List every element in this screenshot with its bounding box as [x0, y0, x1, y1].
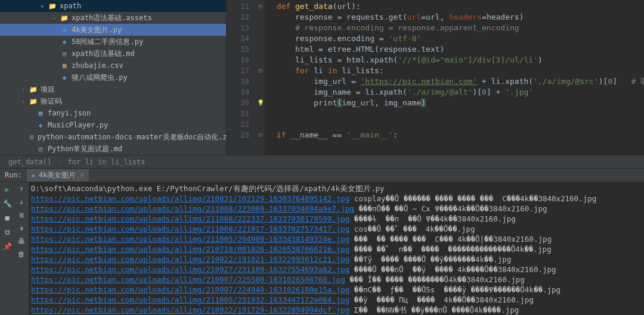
console-url-link[interactable]: https://pic.netbian.com/uploads/allimg/2…: [31, 275, 345, 284]
console-url-link[interactable]: https://pic.netbian.com/uploads/allimg/2…: [31, 235, 349, 244]
console-url-link[interactable]: https://pic.netbian.com/uploads/allimg/2…: [31, 295, 349, 304]
run-toolbar-left[interactable]: ▶ 🔧 ■ ⧉ 📌: [0, 182, 14, 315]
code-line[interactable]: response = requests.get(url=url, headers…: [265, 12, 644, 23]
console-url-link[interactable]: https://pic.netbian.com/uploads/allimg/2…: [31, 245, 349, 254]
line-number[interactable]: 11: [227, 1, 249, 12]
code-line[interactable]: img_url = 'https://pic.netbian.com' + li…: [265, 76, 644, 87]
expand-arrow-icon[interactable]: ›: [21, 86, 29, 93]
code-line[interactable]: img_name = li.xpath('./a/img/@alt')[0] +…: [265, 87, 644, 98]
run-tool-window-header[interactable]: Run: ◆ 4k美女图片 ×: [0, 168, 644, 182]
tree-item[interactable]: 🗎python-automation-docs-master吴老板doc自动化.…: [0, 131, 226, 143]
tree-item[interactable]: ◆4k美女图片.py: [0, 24, 226, 36]
breadcrumb-item[interactable]: for li in li_lists: [65, 158, 147, 166]
tree-item-label: python-automation-docs-master吴老板doc自动化.z…: [38, 132, 227, 142]
line-number[interactable]: 12: [227, 12, 249, 23]
scroll-icon[interactable]: ⇟: [19, 224, 23, 232]
fold-toggle-icon[interactable]: ⊟: [256, 66, 265, 76]
console-line: https://pic.netbian.com/uploads/allimg/2…: [31, 305, 642, 315]
run-toolbar-left2[interactable]: ↑ ↓ ≣ ⇟ 🖶 🗑: [14, 182, 29, 315]
tree-item[interactable]: ›📁xpath语法基础.assets: [0, 12, 226, 24]
tree-item-label: xpath: [60, 2, 81, 10]
console-output[interactable]: D:\soft\Anaconda\python.exe E:/PythonCra…: [29, 182, 644, 315]
breadcrumb[interactable]: get_data() › for li in li_lists: [0, 155, 644, 168]
line-number[interactable]: 21: [227, 108, 249, 119]
up-arrow-icon[interactable]: ↑: [19, 185, 23, 193]
line-number[interactable]: 22: [227, 119, 249, 130]
tree-item[interactable]: ▦zhubajie.csv: [0, 60, 226, 71]
tree-item[interactable]: ◆MusicPlayer.py: [0, 119, 226, 131]
console-line: https://pic.netbian.com/uploads/allimg/2…: [31, 214, 642, 224]
code-line[interactable]: def get_data(url):: [265, 1, 644, 12]
line-number[interactable]: 13: [227, 23, 249, 33]
code-line[interactable]: # response.encoding = response.apparent_…: [265, 23, 644, 33]
code-line[interactable]: [265, 108, 644, 119]
tree-item-label: 验证码: [41, 96, 62, 107]
code-line[interactable]: html = etree.HTML(response.text): [265, 44, 644, 55]
down-arrow-icon[interactable]: ↓: [19, 198, 23, 206]
console-line: https://pic.netbian.com/uploads/allimg/2…: [31, 234, 642, 244]
tree-item[interactable]: ◆猪八戒网爬虫.py: [0, 71, 226, 83]
line-number[interactable]: 20: [227, 98, 249, 108]
tree-item-label: 猪八戒网爬虫.py: [72, 73, 128, 83]
softwrap-icon[interactable]: ≣: [19, 211, 23, 219]
lightbulb-icon[interactable]: 💡: [257, 99, 264, 106]
console-url-link[interactable]: https://pic.netbian.com/uploads/allimg/2…: [31, 224, 349, 233]
console-url-link[interactable]: https://pic.netbian.com/uploads/allimg/2…: [31, 255, 349, 264]
line-number[interactable]: 15: [227, 44, 249, 55]
line-number[interactable]: 19: [227, 87, 249, 98]
tree-item[interactable]: ›📁项目: [0, 83, 226, 95]
console-text: cosplay��Ů ������ ���� ���� ��� C���4k��…: [349, 194, 596, 203]
file-icon: 📁: [29, 98, 38, 105]
code-line[interactable]: for li in li_lists:: [265, 66, 644, 76]
tree-item[interactable]: ◆58同城二手房信息.py: [0, 36, 226, 48]
file-icon: ◆: [60, 74, 69, 82]
console-url-link[interactable]: https://pic.netbian.com/uploads/allimg/2…: [31, 285, 349, 294]
fold-toggle-icon[interactable]: ⊟: [256, 1, 265, 12]
line-number[interactable]: 23: [227, 130, 249, 141]
fold-bar[interactable]: ⊟⊟💡⊟: [256, 0, 265, 155]
tree-item-label: 58同城二手房信息.py: [72, 37, 143, 47]
code-editor[interactable]: 11121314151617181920212223 ⊟⊟💡⊟ def get_…: [227, 0, 644, 155]
tree-item[interactable]: ▤fanyi.json: [0, 107, 226, 119]
tree-item[interactable]: ▾📁xpath: [0, 0, 226, 12]
run-tab[interactable]: ◆ 4k美女图片 ×: [27, 169, 89, 182]
code-line[interactable]: print(img_url, img_name): [265, 98, 644, 108]
code-area[interactable]: def get_data(url): response = requests.g…: [265, 0, 644, 155]
console-line: https://pic.netbian.com/uploads/allimg/2…: [31, 204, 642, 214]
console-url-link[interactable]: https://pic.netbian.com/uploads/allimg/2…: [31, 305, 349, 314]
run-tab-label: 4k美女图片: [39, 170, 76, 180]
line-number[interactable]: 14: [227, 33, 249, 44]
layout-icon[interactable]: ⧉: [2, 227, 12, 237]
console-url-link[interactable]: https://pic.netbian.com/uploads/allimg/2…: [31, 214, 349, 223]
console-text: ��� Ī�� ���� ��������Ů4k��3840x2160.jpg: [345, 275, 525, 284]
line-number[interactable]: 18: [227, 76, 249, 87]
code-line[interactable]: li_lists = html.xpath('//*[@id="main"]/d…: [265, 55, 644, 66]
file-icon: ◆: [60, 26, 69, 34]
file-icon: ◆: [60, 38, 69, 46]
expand-arrow-icon[interactable]: ›: [52, 15, 60, 21]
tree-item[interactable]: ▤xpath语法基础.md: [0, 48, 226, 60]
console-url-link[interactable]: https://pic.netbian.com/uploads/allimg/2…: [31, 194, 349, 203]
close-icon[interactable]: ×: [79, 171, 83, 179]
breadcrumb-item[interactable]: get_data(): [6, 158, 54, 166]
code-line[interactable]: if __name__ == '__main__':: [265, 130, 644, 141]
tree-item[interactable]: ▤Python常见面试题.md: [0, 143, 226, 155]
code-line[interactable]: [265, 119, 644, 130]
wrench-icon[interactable]: 🔧: [2, 199, 12, 208]
code-line[interactable]: response.encoding = 'utf-8': [265, 33, 644, 44]
line-number[interactable]: 17: [227, 66, 249, 76]
fold-toggle-icon[interactable]: ⊟: [256, 130, 265, 141]
console-url-link[interactable]: https://pic.netbian.com/uploads/allimg/2…: [31, 204, 354, 213]
stop-icon[interactable]: ■: [2, 213, 12, 223]
console-url-link[interactable]: https://pic.netbian.com/uploads/allimg/2…: [31, 265, 349, 274]
expand-arrow-icon[interactable]: ▾: [41, 3, 48, 10]
expand-arrow-icon[interactable]: ›: [21, 98, 29, 105]
line-number[interactable]: 16: [227, 55, 249, 66]
tree-item[interactable]: ›📁验证码: [0, 95, 226, 107]
rerun-icon[interactable]: ▶: [2, 185, 12, 194]
pin-icon[interactable]: 📌: [2, 242, 12, 251]
print-icon[interactable]: 🖶: [18, 237, 25, 245]
line-gutter: 11121314151617181920212223: [227, 0, 256, 155]
trash-icon[interactable]: 🗑: [18, 250, 25, 258]
project-tree[interactable]: ▾📁xpath›📁xpath语法基础.assets◆4k美女图片.py◆58同城…: [0, 0, 227, 155]
